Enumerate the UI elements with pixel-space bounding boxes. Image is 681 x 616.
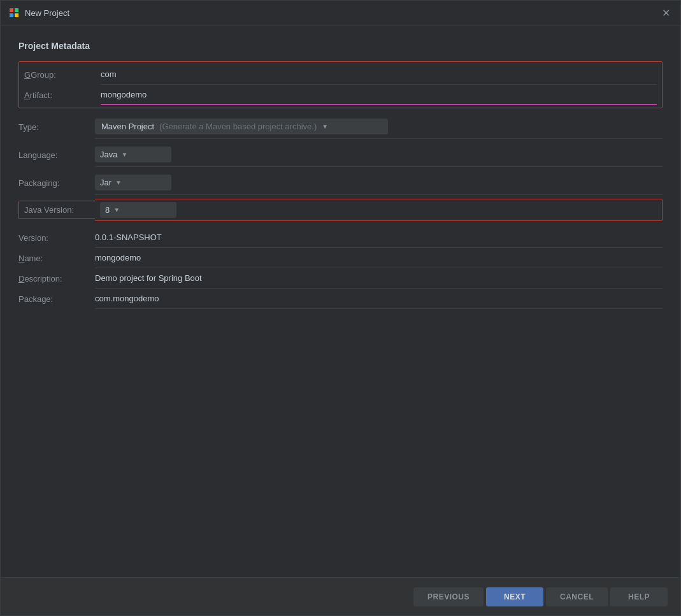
package-input[interactable] [95, 294, 663, 303]
new-project-dialog: New Project ✕ Project Metadata GGroup: A… [0, 0, 681, 616]
language-dropdown[interactable]: Java ▼ [95, 147, 171, 162]
version-label: Version: [18, 228, 95, 248]
artifact-value-cell [101, 85, 657, 105]
version-input[interactable] [95, 233, 663, 242]
artifact-label: Artifact: [24, 85, 101, 105]
language-label: Language: [18, 145, 95, 165]
language-dropdown-arrow: ▼ [121, 151, 127, 158]
content-area: Project Metadata GGroup: Artifact: Type: [1, 25, 680, 577]
cancel-button[interactable]: CANCEL [546, 587, 608, 606]
type-dropdown[interactable]: Maven Project (Generate a Maven based pr… [95, 118, 388, 134]
packaging-dropdown[interactable]: Jar ▼ [95, 175, 171, 190]
type-value: Maven Project [101, 122, 154, 131]
java-version-value-cell: 8 ▼ [95, 199, 663, 221]
app-icon [8, 7, 20, 18]
description-label: Description: [18, 269, 95, 289]
packaging-dropdown-arrow: ▼ [115, 179, 122, 186]
spacer4 [18, 221, 663, 227]
name-input[interactable] [95, 253, 663, 262]
description-value-cell [95, 268, 663, 289]
type-dropdown-arrow: ▼ [322, 123, 328, 130]
name-label: Name: [18, 248, 95, 268]
name-value-cell [95, 248, 663, 268]
group-input[interactable] [101, 69, 657, 79]
previous-button[interactable]: PREVIOUS [413, 587, 484, 606]
artifact-input[interactable] [101, 90, 657, 99]
type-label: Type: [18, 117, 95, 137]
package-value-cell [95, 289, 663, 309]
titlebar-left: New Project [8, 7, 69, 18]
window-title: New Project [25, 8, 69, 18]
next-button[interactable]: NEXT [486, 587, 543, 606]
description-input[interactable] [95, 273, 663, 283]
java-version-value: 8 [105, 205, 110, 215]
form-main: Type: Maven Project (Generate a Maven ba… [18, 115, 663, 309]
highlighted-group-artifact: GGroup: Artifact: [18, 61, 663, 108]
java-version-dropdown-arrow: ▼ [113, 206, 120, 213]
packaging-value-cell: Jar ▼ [95, 171, 663, 195]
help-button[interactable]: HELP [610, 587, 668, 606]
close-button[interactable]: ✕ [659, 6, 673, 20]
group-label: GGroup: [24, 65, 101, 85]
bottom-bar: PREVIOUS NEXT CANCEL HELP [1, 577, 680, 615]
group-value-cell [101, 64, 657, 85]
package-label: Package: [18, 289, 95, 309]
version-value-cell [95, 227, 663, 248]
packaging-label: Packaging: [18, 173, 95, 193]
language-value: Java [100, 150, 117, 159]
type-hint: (Generate a Maven based project archive.… [159, 122, 317, 131]
java-version-dropdown[interactable]: 8 ▼ [100, 202, 176, 218]
section-title: Project Metadata [18, 41, 663, 51]
packaging-value: Jar [100, 178, 111, 187]
language-value-cell: Java ▼ [95, 143, 663, 167]
type-value-cell: Maven Project (Generate a Maven based pr… [95, 115, 663, 139]
java-version-label: Java Version: [18, 201, 95, 219]
titlebar: New Project ✕ [1, 1, 680, 25]
